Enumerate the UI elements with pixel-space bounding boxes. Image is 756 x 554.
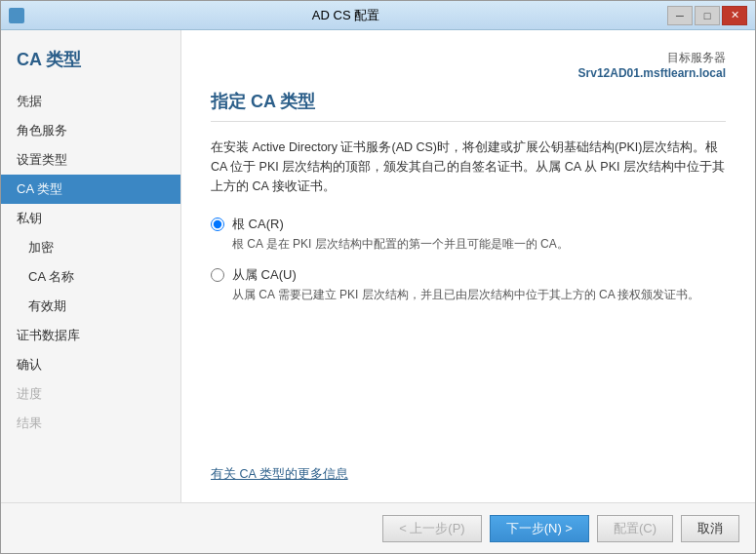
sidebar: CA 类型 凭据角色服务设置类型CA 类型私钥加密CA 名称有效期证书数据库确认… — [1, 30, 181, 502]
sidebar-item-ca-name[interactable]: CA 名称 — [1, 262, 180, 292]
server-label: 目标服务器 — [667, 51, 726, 64]
sidebar-item-confirm[interactable]: 确认 — [1, 350, 180, 379]
footer: < 上一步(P) 下一步(N) > 配置(C) 取消 — [1, 502, 755, 553]
prev-button[interactable]: < 上一步(P) — [382, 515, 482, 542]
radio-sub-text: 从属 CA(U) — [232, 266, 297, 284]
configure-button[interactable]: 配置(C) — [597, 515, 673, 542]
restore-button[interactable]: □ — [695, 6, 720, 25]
radio-root-label[interactable]: 根 CA(R) — [211, 216, 726, 233]
radio-sub-desc: 从属 CA 需要已建立 PKI 层次结构，并且已由层次结构中位于其上方的 CA … — [232, 286, 726, 303]
app-icon — [9, 8, 24, 23]
next-button[interactable]: 下一步(N) > — [490, 515, 589, 542]
cancel-button[interactable]: 取消 — [681, 515, 739, 542]
main-window: AD CS 配置 ─ □ ✕ CA 类型 凭据角色服务设置类型CA 类型私钥加密… — [0, 0, 756, 554]
sidebar-item-progress: 进度 — [1, 379, 180, 409]
panel-description: 在安装 Active Directory 证书服务(AD CS)时，将创建或扩展… — [211, 138, 726, 196]
titlebar-buttons: ─ □ ✕ — [667, 6, 747, 25]
radio-sub-input[interactable] — [211, 268, 224, 282]
radio-root-desc: 根 CA 是在 PKI 层次结构中配置的第一个并且可能是唯一的 CA。 — [232, 235, 726, 253]
minimize-button[interactable]: ─ — [667, 6, 693, 25]
sidebar-item-encryption[interactable]: 加密 — [1, 233, 180, 262]
main-content: CA 类型 凭据角色服务设置类型CA 类型私钥加密CA 名称有效期证书数据库确认… — [1, 30, 755, 502]
radio-group: 根 CA(R) 根 CA 是在 PKI 层次结构中配置的第一个并且可能是唯一的 … — [211, 216, 726, 303]
radio-root-text: 根 CA(R) — [232, 216, 284, 233]
radio-root-input[interactable] — [211, 218, 224, 231]
sidebar-item-credentials[interactable]: 凭据 — [1, 87, 180, 116]
radio-item-root: 根 CA(R) 根 CA 是在 PKI 层次结构中配置的第一个并且可能是唯一的 … — [211, 216, 726, 253]
window-title: AD CS 配置 — [24, 7, 667, 24]
sidebar-item-validity[interactable]: 有效期 — [1, 292, 180, 321]
sidebar-item-private-key[interactable]: 私钥 — [1, 204, 180, 233]
sidebar-item-setup-type[interactable]: 设置类型 — [1, 145, 180, 175]
more-info-link[interactable]: 有关 CA 类型的更多信息 — [211, 447, 726, 483]
sidebar-item-ca-type[interactable]: CA 类型 — [1, 175, 180, 204]
radio-sub-label[interactable]: 从属 CA(U) — [211, 266, 726, 284]
titlebar: AD CS 配置 ─ □ ✕ — [1, 1, 755, 30]
sidebar-item-cert-db[interactable]: 证书数据库 — [1, 321, 180, 350]
sidebar-item-results: 结果 — [1, 409, 180, 438]
close-button[interactable]: ✕ — [722, 6, 747, 25]
server-name: Srv12AD01.msftlearn.local — [578, 66, 726, 80]
panel-title: 指定 CA 类型 — [211, 90, 726, 122]
sidebar-item-role-services[interactable]: 角色服务 — [1, 116, 180, 145]
right-panel: 目标服务器 Srv12AD01.msftlearn.local 指定 CA 类型… — [181, 30, 755, 502]
sidebar-header: CA 类型 — [1, 40, 180, 87]
server-info: 目标服务器 Srv12AD01.msftlearn.local — [211, 50, 726, 80]
radio-item-sub: 从属 CA(U) 从属 CA 需要已建立 PKI 层次结构，并且已由层次结构中位… — [211, 266, 726, 303]
